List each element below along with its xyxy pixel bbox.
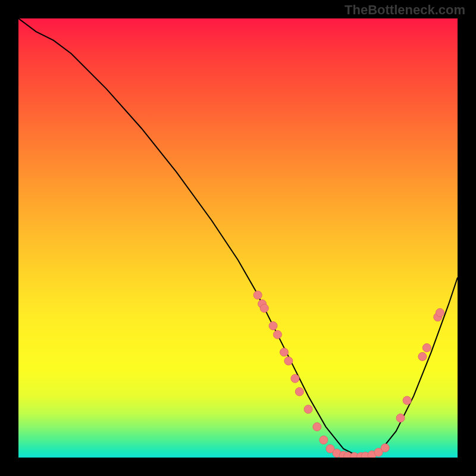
chart-marker <box>253 291 262 299</box>
chart-marker <box>320 436 328 444</box>
chart-marker <box>291 374 299 383</box>
chart-marker <box>295 387 303 396</box>
chart-marker <box>313 422 321 431</box>
chart-svg <box>18 18 458 458</box>
chart-markers <box>253 291 444 458</box>
chart-marker <box>422 344 431 352</box>
chart-marker <box>418 352 427 361</box>
chart-marker <box>396 414 405 422</box>
chart-marker <box>436 308 444 317</box>
chart-marker <box>269 322 277 330</box>
chart-marker <box>260 304 268 312</box>
chart-frame <box>18 18 458 458</box>
chart-line <box>18 18 458 458</box>
chart-marker <box>304 405 312 414</box>
chart-marker <box>403 396 411 405</box>
watermark-text: TheBottleneck.com <box>345 2 465 18</box>
chart-marker <box>280 348 289 356</box>
chart-marker <box>273 330 281 339</box>
chart-marker <box>284 357 293 365</box>
chart-marker <box>381 444 389 452</box>
